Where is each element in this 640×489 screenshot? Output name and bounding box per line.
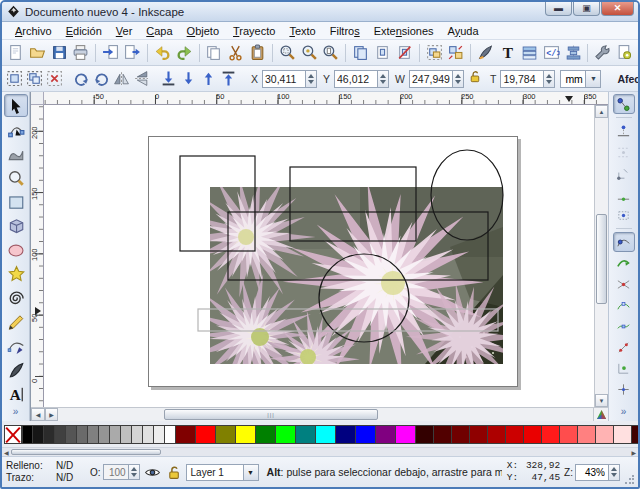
t-value-field[interactable] (500, 70, 544, 88)
canvas[interactable] (44, 105, 594, 407)
opacity-spinner[interactable] (129, 464, 140, 480)
layer-selector[interactable]: Layer 1 ▼ (186, 464, 259, 481)
unlink-clone-button[interactable] (394, 42, 415, 64)
zoom-page-button[interactable] (321, 42, 342, 64)
unit-dropdown-button[interactable]: ▼ (586, 70, 601, 88)
snap-enable-button[interactable] (613, 94, 635, 114)
snap-cusp-nodes-button[interactable] (613, 295, 635, 315)
snap-object-centers-button[interactable] (613, 358, 635, 378)
palette-swatch[interactable] (470, 425, 488, 444)
palette-swatch[interactable] (256, 425, 276, 444)
palette-swatch[interactable] (165, 425, 176, 444)
menu-ver[interactable]: Ver (109, 24, 140, 38)
snap-bbox-button[interactable] (613, 121, 635, 141)
layer-dropdown-button[interactable]: ▼ (244, 464, 259, 481)
select-all-button[interactable] (5, 68, 24, 90)
palette-scroll-right-button[interactable]: ▶ (631, 449, 636, 456)
zoom-tool-button[interactable] (4, 166, 28, 189)
vertical-ruler[interactable]: 200150100500 (31, 105, 44, 407)
menu-trayecto[interactable]: Trayecto (226, 24, 282, 38)
fill-stroke-indicator[interactable]: Relleno: N/D Trazo: N/D (6, 460, 86, 484)
palette-swatch[interactable] (110, 425, 121, 444)
menu-archivo[interactable]: Archivo (8, 24, 59, 38)
snap-bbox-centers-button[interactable] (613, 205, 635, 225)
vertical-scroll-thumb[interactable] (596, 214, 607, 304)
raise-button[interactable] (199, 68, 218, 90)
open-folder-button[interactable] (27, 42, 48, 64)
scroll-right-button[interactable]: ▶ (45, 408, 58, 421)
title-bar[interactable]: Documento nuevo 4 - Inkscape ▬ ▣ ✕ (2, 2, 638, 22)
print-button[interactable] (70, 42, 91, 64)
palette-swatch[interactable] (316, 425, 336, 444)
document-properties-button[interactable] (614, 42, 635, 64)
horizontal-scroll-thumb[interactable]: ||| (164, 409, 378, 420)
imported-photo-cactus-flowers[interactable] (210, 187, 503, 364)
pen-tool-button[interactable] (4, 334, 28, 357)
calligraphy-tool-button[interactable] (4, 358, 28, 381)
palette-swatch[interactable] (196, 425, 216, 444)
snap-edge-midpoints-button[interactable] (613, 184, 635, 204)
palette-swatch[interactable] (506, 425, 524, 444)
palette-swatch[interactable] (632, 425, 638, 444)
palette-swatch[interactable] (154, 425, 165, 444)
palette-swatch[interactable] (66, 425, 77, 444)
copy-button[interactable] (203, 42, 224, 64)
scroll-left-button[interactable]: ◀ (31, 408, 45, 421)
palette-swatch[interactable] (434, 425, 452, 444)
snap-midpoints-button[interactable] (613, 337, 635, 357)
pencil-tool-button[interactable] (4, 310, 28, 333)
snapbar-overflow-chevron[interactable]: » (621, 406, 627, 417)
flip-vertical-button[interactable] (132, 68, 151, 90)
x-value-field[interactable] (262, 70, 306, 88)
new-document-button[interactable] (5, 42, 26, 64)
palette-swatch[interactable] (22, 425, 33, 444)
palette-swatch[interactable] (376, 425, 396, 444)
rotate-cw-button[interactable] (92, 68, 111, 90)
deselect-button[interactable] (45, 68, 64, 90)
snap-paths-button[interactable] (613, 253, 635, 273)
redo-button[interactable] (174, 42, 195, 64)
palette-swatch[interactable] (560, 425, 578, 444)
fill-stroke-dialog-button[interactable] (475, 42, 496, 64)
tweak-tool-button[interactable] (4, 142, 28, 165)
palette-swatch[interactable] (132, 425, 143, 444)
text-dialog-button[interactable]: T (497, 42, 518, 64)
maximize-button[interactable]: ▣ (573, 2, 600, 16)
palette-swatch[interactable] (542, 425, 560, 444)
palette-swatch[interactable] (578, 425, 596, 444)
rotate-ccw-button[interactable] (72, 68, 91, 90)
palette-scroll-left-button[interactable]: ◀ (4, 449, 9, 456)
palette-swatch[interactable] (614, 425, 632, 444)
unit-selector[interactable]: mm▼ (560, 70, 601, 88)
lower-to-bottom-button[interactable] (159, 68, 178, 90)
align-dialog-button[interactable] (563, 42, 584, 64)
xml-editor-button[interactable]: </> (541, 42, 562, 64)
palette-swatch[interactable] (121, 425, 132, 444)
lower-button[interactable] (179, 68, 198, 90)
palette-swatch[interactable] (55, 425, 66, 444)
spinner[interactable] (453, 70, 464, 88)
zoom-selection-button[interactable] (277, 42, 298, 64)
paste-button[interactable] (247, 42, 268, 64)
palette-swatch[interactable] (336, 425, 356, 444)
spinner[interactable] (378, 70, 389, 88)
select-all-layers-button[interactable] (25, 68, 44, 90)
palette-swatch[interactable] (88, 425, 99, 444)
duplicate-button[interactable] (350, 42, 371, 64)
menu-filtros[interactable]: Filtros (323, 24, 367, 38)
menu-ayuda[interactable]: Ayuda (441, 24, 486, 38)
resize-grip[interactable] (624, 475, 634, 485)
menu-edición[interactable]: Edición (59, 24, 109, 38)
palette-swatch[interactable] (44, 425, 55, 444)
zoom-drawing-button[interactable] (299, 42, 320, 64)
snap-rotation-center-button[interactable] (613, 379, 635, 399)
scroll-down-button[interactable]: ▼ (595, 394, 608, 407)
raise-to-top-button[interactable] (219, 68, 238, 90)
box3d-tool-button[interactable] (4, 214, 28, 237)
palette-swatch[interactable] (488, 425, 506, 444)
opacity-field[interactable] (103, 464, 129, 480)
scroll-up-button[interactable]: ▲ (595, 105, 608, 118)
palette-swatch[interactable] (33, 425, 44, 444)
selector-tool-button[interactable] (4, 94, 28, 117)
cut-button[interactable] (225, 42, 246, 64)
